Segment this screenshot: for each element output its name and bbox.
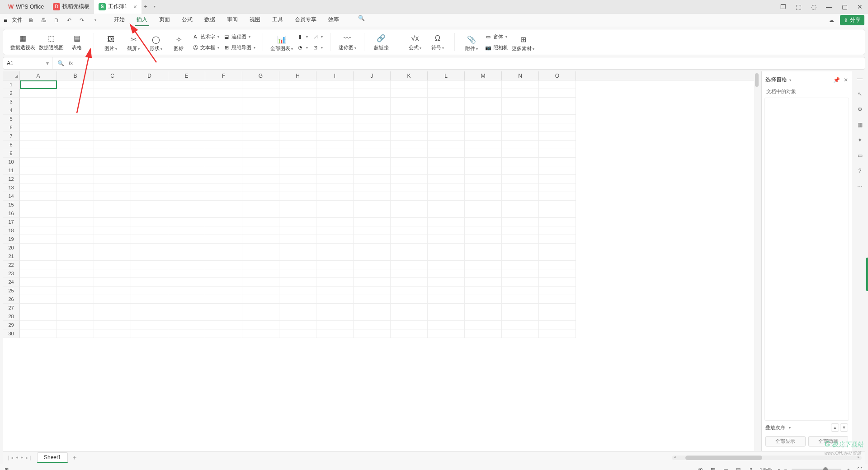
cell-N29[interactable]	[502, 321, 539, 329]
cell-D28[interactable]	[131, 312, 168, 321]
cell-O14[interactable]	[539, 192, 576, 201]
cell-D11[interactable]	[131, 166, 168, 175]
cell-N14[interactable]	[502, 192, 539, 201]
search-icon[interactable]: 🔍	[357, 14, 365, 22]
pivot-table-button[interactable]: ▦数据透视表	[10, 33, 35, 51]
cell-M1[interactable]	[465, 80, 502, 89]
cell-K19[interactable]	[391, 235, 428, 244]
cell-N13[interactable]	[502, 183, 539, 192]
column-header-N[interactable]: N	[502, 71, 539, 80]
row-header-24[interactable]: 24	[3, 278, 20, 287]
cell-N4[interactable]	[502, 106, 539, 115]
row-header-10[interactable]: 10	[3, 158, 20, 166]
cell-B18[interactable]	[57, 226, 94, 235]
eye-icon[interactable]: 👁	[696, 465, 704, 470]
cell-G23[interactable]	[242, 269, 279, 278]
cell-O26[interactable]	[539, 295, 576, 304]
row-header-19[interactable]: 19	[3, 235, 20, 244]
cell-O1[interactable]	[539, 80, 576, 89]
cell-E10[interactable]	[168, 158, 205, 166]
cell-K15[interactable]	[391, 201, 428, 209]
cell-K6[interactable]	[391, 123, 428, 132]
cell-M18[interactable]	[465, 226, 502, 235]
cell-F10[interactable]	[205, 158, 242, 166]
cell-G4[interactable]	[242, 106, 279, 115]
cell-O24[interactable]	[539, 278, 576, 287]
cell-N24[interactable]	[502, 278, 539, 287]
cell-I3[interactable]	[316, 98, 354, 106]
sheet-nav-first[interactable]: ｜◂	[6, 455, 13, 461]
cell-N7[interactable]	[502, 132, 539, 141]
cell-L12[interactable]	[428, 175, 465, 183]
cell-L5[interactable]	[428, 115, 465, 123]
cell-M5[interactable]	[465, 115, 502, 123]
cell-I4[interactable]	[316, 106, 354, 115]
cell-H9[interactable]	[279, 149, 316, 158]
cell-N18[interactable]	[502, 226, 539, 235]
vscroll-thumb[interactable]	[755, 73, 759, 87]
cell-K2[interactable]	[391, 89, 428, 98]
cell-L11[interactable]	[428, 166, 465, 175]
cell-B19[interactable]	[57, 235, 94, 244]
layers-icon[interactable]: ▥	[855, 120, 864, 129]
cell-L16[interactable]	[428, 209, 465, 218]
file-menu-label[interactable]: 文件	[12, 16, 23, 24]
cell-F29[interactable]	[205, 321, 242, 329]
cell-D14[interactable]	[131, 192, 168, 201]
vertical-scrollbar[interactable]	[754, 71, 760, 451]
cell-B7[interactable]	[57, 132, 94, 141]
cell-G9[interactable]	[242, 149, 279, 158]
cell-I26[interactable]	[316, 295, 354, 304]
cell-G26[interactable]	[242, 295, 279, 304]
cell-A7[interactable]	[20, 132, 57, 141]
row-header-3[interactable]: 3	[3, 98, 20, 106]
cell-N21[interactable]	[502, 252, 539, 261]
cell-F22[interactable]	[205, 261, 242, 269]
print-icon[interactable]: 🖶	[40, 16, 48, 24]
undo-icon[interactable]: ↶	[65, 16, 73, 24]
cell-A6[interactable]	[20, 123, 57, 132]
cell-B28[interactable]	[57, 312, 94, 321]
name-box-dropdown-icon[interactable]: ▾	[46, 60, 49, 66]
cell-E11[interactable]	[168, 166, 205, 175]
cell-C22[interactable]	[94, 261, 131, 269]
cell-E6[interactable]	[168, 123, 205, 132]
cell-G19[interactable]	[242, 235, 279, 244]
cell-G21[interactable]	[242, 252, 279, 261]
cell-D21[interactable]	[131, 252, 168, 261]
cell-E24[interactable]	[168, 278, 205, 287]
cell-A14[interactable]	[20, 192, 57, 201]
cell-M14[interactable]	[465, 192, 502, 201]
cell-B16[interactable]	[57, 209, 94, 218]
cell-I7[interactable]	[316, 132, 354, 141]
cell-E28[interactable]	[168, 312, 205, 321]
tab-view[interactable]: 视图	[248, 14, 262, 26]
cell-N10[interactable]	[502, 158, 539, 166]
cell-O3[interactable]	[539, 98, 576, 106]
cell-J2[interactable]	[354, 89, 391, 98]
cell-B30[interactable]	[57, 329, 94, 338]
cell-C12[interactable]	[94, 175, 131, 183]
row-header-14[interactable]: 14	[3, 192, 20, 201]
cell-C30[interactable]	[94, 329, 131, 338]
row-header-23[interactable]: 23	[3, 269, 20, 278]
cell-D30[interactable]	[131, 329, 168, 338]
cell-D29[interactable]	[131, 321, 168, 329]
cell-K21[interactable]	[391, 252, 428, 261]
cell-M6[interactable]	[465, 123, 502, 132]
cell-B4[interactable]	[57, 106, 94, 115]
cell-E19[interactable]	[168, 235, 205, 244]
pin-icon[interactable]: 📌	[833, 77, 840, 83]
cell-N25[interactable]	[502, 287, 539, 295]
cell-K5[interactable]	[391, 115, 428, 123]
cell-I25[interactable]	[316, 287, 354, 295]
cell-O25[interactable]	[539, 287, 576, 295]
cell-F1[interactable]	[205, 80, 242, 89]
cell-F5[interactable]	[205, 115, 242, 123]
cell-D20[interactable]	[131, 244, 168, 252]
cell-K9[interactable]	[391, 149, 428, 158]
row-header-25[interactable]: 25	[3, 287, 20, 295]
cell-H30[interactable]	[279, 329, 316, 338]
column-header-E[interactable]: E	[168, 71, 205, 80]
column-header-D[interactable]: D	[131, 71, 168, 80]
